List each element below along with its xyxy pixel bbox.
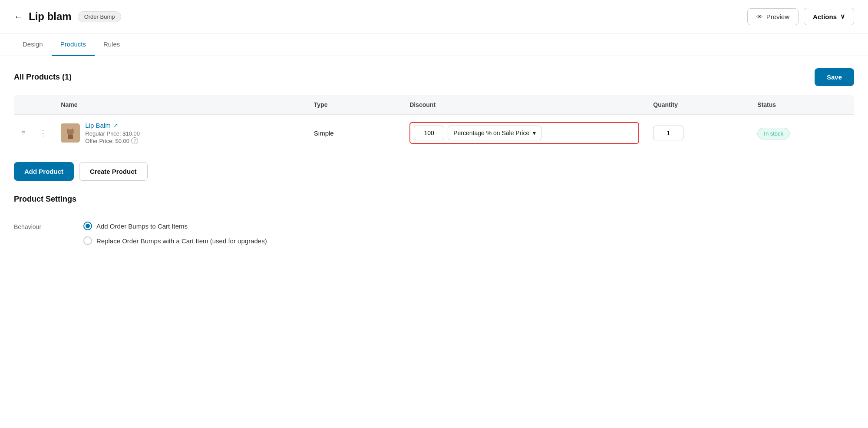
quantity-input[interactable]	[653, 126, 683, 140]
discount-highlight-box: Percentage % on Sale Price ▾	[409, 122, 639, 144]
col-header-quantity: Quantity	[646, 95, 750, 115]
col-header-status: Status	[750, 95, 854, 115]
product-type-cell: Simple	[307, 115, 403, 152]
product-info: Lip Balm ↗ Regular Price: $10.00 Offer P…	[61, 122, 300, 144]
header-left: ← Lip blam Order Bump	[14, 10, 121, 23]
more-options-cell: ⋮	[32, 115, 54, 152]
svg-point-2	[68, 126, 73, 129]
product-details: Lip Balm ↗ Regular Price: $10.00 Offer P…	[85, 122, 140, 144]
product-name-cell: Lip Balm ↗ Regular Price: $10.00 Offer P…	[54, 115, 307, 152]
status-cell: In stock	[750, 115, 854, 152]
behaviour-label: Behaviour	[14, 222, 66, 230]
col-drag	[14, 95, 33, 115]
col-header-discount: Discount	[403, 95, 646, 115]
radio-add-to-cart-label: Add Order Bumps to Cart Items	[96, 222, 188, 230]
page-title: Lip blam	[29, 10, 72, 23]
create-product-button[interactable]: Create Product	[79, 162, 148, 181]
chevron-down-icon: ∨	[840, 13, 845, 20]
product-image	[61, 123, 80, 143]
drag-handle-icon[interactable]: ≡	[21, 129, 25, 136]
table-row: ≡ ⋮	[14, 115, 854, 152]
product-name-link[interactable]: Lip Balm ↗	[85, 122, 140, 129]
order-bump-badge: Order Bump	[78, 11, 122, 22]
col-header-type: Type	[307, 95, 403, 115]
radio-replace-cart-label: Replace Order Bumps with a Cart Item (us…	[96, 237, 267, 245]
actions-label: Actions	[813, 13, 837, 20]
tab-design[interactable]: Design	[14, 33, 52, 56]
col-more	[32, 95, 54, 115]
main-content: All Products (1) Save Name Type Discount…	[0, 56, 868, 264]
preview-button[interactable]: 👁 Preview	[747, 8, 799, 25]
section-title: All Products (1)	[14, 73, 72, 82]
product-settings-section: Product Settings Behaviour Add Order Bum…	[14, 195, 854, 245]
preview-label: Preview	[766, 13, 789, 20]
radio-option-replace-cart[interactable]: Replace Order Bumps with a Cart Item (us…	[83, 236, 267, 245]
tab-rules[interactable]: Rules	[95, 33, 129, 56]
table-header-row: Name Type Discount Quantity Status	[14, 95, 854, 115]
back-button[interactable]: ←	[14, 12, 23, 22]
behaviour-options: Add Order Bumps to Cart Items Replace Or…	[83, 222, 267, 245]
product-type: Simple	[314, 129, 334, 137]
eye-icon: 👁	[756, 13, 763, 20]
save-button[interactable]: Save	[815, 68, 854, 86]
info-icon[interactable]: ?	[131, 137, 138, 144]
tab-products[interactable]: Products	[52, 33, 95, 56]
discount-value-input[interactable]	[414, 126, 444, 140]
products-table: Name Type Discount Quantity Status ≡ ⋮	[14, 95, 854, 152]
more-options-icon[interactable]: ⋮	[39, 129, 47, 137]
header: ← Lip blam Order Bump 👁 Preview Actions …	[0, 0, 868, 33]
discount-cell: Percentage % on Sale Price ▾	[403, 115, 646, 152]
radio-option-add-to-cart[interactable]: Add Order Bumps to Cart Items	[83, 222, 267, 230]
drag-handle-cell: ≡	[14, 115, 33, 152]
product-offer-price: Offer Price: $0.00 ?	[85, 137, 140, 144]
actions-button[interactable]: Actions ∨	[804, 8, 854, 25]
status-badge: In stock	[757, 128, 790, 139]
radio-replace-cart-icon[interactable]	[83, 236, 92, 245]
discount-type-label: Percentage % on Sale Price	[453, 129, 529, 136]
settings-title: Product Settings	[14, 195, 854, 204]
radio-add-to-cart-icon[interactable]	[83, 222, 92, 230]
discount-chevron-icon: ▾	[533, 129, 536, 136]
discount-type-select[interactable]: Percentage % on Sale Price ▾	[448, 126, 541, 140]
col-header-name: Name	[54, 95, 307, 115]
quantity-cell	[646, 115, 750, 152]
external-link-icon: ↗	[113, 122, 118, 129]
add-product-button[interactable]: Add Product	[14, 162, 74, 181]
tab-bar: Design Products Rules	[0, 33, 868, 56]
product-thumbnail	[61, 123, 80, 143]
section-header: All Products (1) Save	[14, 68, 854, 86]
settings-behaviour-row: Behaviour Add Order Bumps to Cart Items …	[14, 222, 854, 245]
controls-row: Add Product Create Product	[14, 162, 854, 181]
product-regular-price: Regular Price: $10.00	[85, 130, 140, 137]
svg-rect-3	[68, 135, 73, 139]
header-right: 👁 Preview Actions ∨	[747, 8, 854, 25]
settings-divider	[14, 211, 854, 211]
